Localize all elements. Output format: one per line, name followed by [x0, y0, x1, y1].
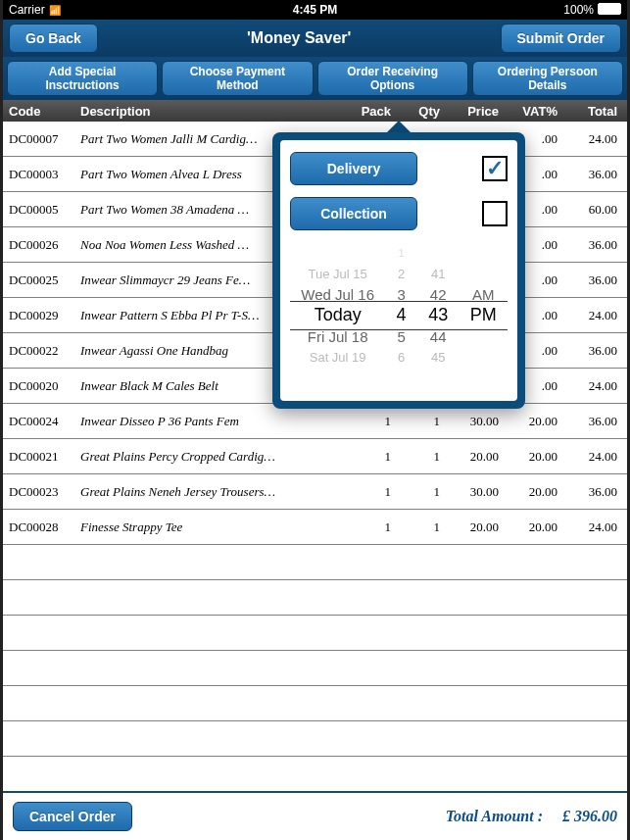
empty-row — [3, 580, 627, 616]
picker-item[interactable]: Today — [315, 305, 362, 325]
cell-code: DC00007 — [3, 131, 76, 147]
popover-arrow-icon — [387, 121, 411, 132]
cell-code: DC00023 — [3, 484, 76, 500]
cell-vat: 20.00 — [505, 519, 563, 535]
delivery-button[interactable]: Delivery — [290, 152, 417, 185]
cell-code: DC00005 — [3, 202, 76, 218]
cell-total: 24.00 — [563, 519, 627, 535]
table-row[interactable]: DC00028Finesse Strappy Tee1120.0020.0024… — [3, 510, 627, 545]
footer: Cancel Order Total Amount : £ 396.00 — [3, 791, 627, 840]
picker-item[interactable]: 43 — [428, 305, 448, 325]
cell-pack: 1 — [348, 414, 397, 429]
empty-row — [3, 545, 627, 580]
cell-description: Great Plains Percy Cropped Cardig… — [76, 449, 348, 465]
picker-item[interactable]: 3 — [397, 284, 405, 305]
picker-minute-column[interactable]: 4142434445 — [428, 242, 448, 389]
add-instructions-button[interactable]: Add Special Insctructions — [7, 61, 158, 96]
table-header: Code Description Pack Qty Price VAT% Tot… — [3, 100, 627, 122]
cell-qty: 1 — [397, 449, 446, 465]
picker-hour-column[interactable]: 123456 — [397, 242, 407, 389]
cell-total: 24.00 — [563, 449, 627, 465]
cell-description: Finesse Strappy Tee — [76, 519, 348, 535]
empty-row — [3, 651, 627, 686]
cell-qty: 1 — [397, 519, 446, 535]
collection-button[interactable]: Collection — [290, 197, 417, 230]
cell-price: 20.00 — [446, 449, 505, 465]
table-row[interactable]: DC00024Inwear Disseo P 36 Pants Fem1130.… — [3, 404, 627, 439]
empty-row — [3, 721, 627, 757]
cell-qty: 1 — [397, 484, 446, 500]
cell-code: DC00022 — [3, 343, 76, 359]
picker-item[interactable]: Sat Jul 19 — [310, 347, 366, 368]
cell-price: 30.00 — [446, 484, 505, 500]
order-receiving-button[interactable]: Order Receiving Options — [317, 61, 468, 96]
picker-item[interactable]: AM — [472, 284, 495, 305]
ordering-person-button[interactable]: Ordering Persoon Details — [472, 61, 623, 96]
status-bar: Carrier 4:45 PM 100% — [3, 0, 627, 20]
picker-item[interactable]: PM — [470, 305, 497, 325]
cell-code: DC00026 — [3, 237, 76, 253]
top-bar: Go Back 'Money Saver' Submit Order — [3, 20, 627, 57]
cell-code: DC00029 — [3, 308, 76, 323]
cell-total: 60.00 — [563, 202, 627, 218]
battery-icon — [598, 3, 621, 18]
cell-total: 36.00 — [563, 237, 627, 253]
cell-total: 24.00 — [563, 378, 627, 394]
picker-ampm-column[interactable]: AMPM — [470, 242, 497, 389]
delivery-checkbox[interactable] — [482, 156, 508, 181]
header-description: Description — [76, 104, 348, 119]
sub-bar: Add Special Insctructions Choose Payment… — [3, 57, 627, 100]
header-price: Price — [446, 104, 505, 119]
picker-item[interactable]: Tue Jul 15 — [309, 263, 367, 283]
cell-total: 36.00 — [563, 414, 627, 429]
picker-item[interactable]: 4 — [397, 305, 407, 325]
total-amount-value: £ 396.00 — [562, 808, 617, 825]
cell-total: 24.00 — [563, 308, 627, 323]
go-back-button[interactable]: Go Back — [9, 24, 98, 53]
header-code: Code — [3, 104, 76, 119]
cell-code: DC00020 — [3, 378, 76, 394]
receiving-options-popover: Delivery Collection Tue Jul 15Wed Jul 16… — [272, 121, 525, 409]
picker-item[interactable]: 42 — [430, 284, 447, 305]
datetime-picker[interactable]: Tue Jul 15Wed Jul 16TodayFri Jul 18Sat J… — [290, 242, 508, 389]
cancel-order-button[interactable]: Cancel Order — [13, 802, 132, 831]
wifi-icon — [49, 3, 61, 17]
header-vat: VAT% — [505, 104, 563, 119]
table-row[interactable]: DC00023Great Plains Neneh Jersey Trouser… — [3, 474, 627, 510]
page-title: 'Money Saver' — [247, 29, 351, 47]
cell-vat: 20.00 — [505, 484, 563, 500]
cell-code: DC00028 — [3, 519, 76, 535]
picker-item[interactable]: 2 — [398, 263, 405, 283]
picker-item[interactable]: Fri Jul 18 — [308, 326, 368, 347]
choose-payment-button[interactable]: Choose Payment Method — [162, 61, 313, 96]
picker-date-column[interactable]: Tue Jul 15Wed Jul 16TodayFri Jul 18Sat J… — [301, 242, 374, 389]
cell-total: 36.00 — [563, 167, 627, 182]
cell-vat: 20.00 — [505, 414, 563, 429]
picker-item[interactable]: 41 — [431, 263, 445, 283]
cell-code: DC00025 — [3, 272, 76, 288]
picker-item[interactable]: Wed Jul 16 — [301, 284, 374, 305]
submit-order-button[interactable]: Submit Order — [501, 24, 621, 53]
table-row[interactable]: DC00021Great Plains Percy Cropped Cardig… — [3, 439, 627, 474]
header-pack: Pack — [348, 104, 397, 119]
cell-qty: 1 — [397, 414, 446, 429]
cell-pack: 1 — [348, 484, 397, 500]
cell-total: 36.00 — [563, 343, 627, 359]
cell-description: Inwear Disseo P 36 Pants Fem — [76, 414, 348, 429]
cell-vat: 20.00 — [505, 449, 563, 465]
empty-row — [3, 616, 627, 651]
cell-total: 36.00 — [563, 484, 627, 500]
picker-item[interactable]: 1 — [399, 242, 405, 263]
cell-pack: 1 — [348, 519, 397, 535]
picker-item[interactable]: 45 — [431, 347, 445, 368]
cell-total: 24.00 — [563, 131, 627, 147]
empty-row — [3, 686, 627, 721]
picker-item[interactable]: 44 — [430, 326, 447, 347]
cell-price: 20.00 — [446, 519, 505, 535]
picker-item[interactable]: 5 — [397, 326, 405, 347]
cell-code: DC00003 — [3, 167, 76, 182]
cell-total: 36.00 — [563, 272, 627, 288]
collection-checkbox[interactable] — [482, 201, 508, 226]
picker-item[interactable]: 6 — [398, 347, 405, 368]
clock: 4:45 PM — [293, 3, 337, 17]
